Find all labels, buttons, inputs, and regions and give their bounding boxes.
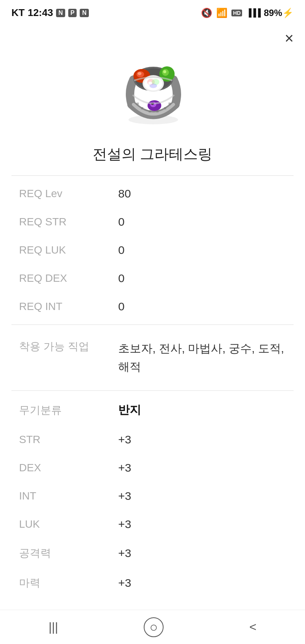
svg-point-17	[148, 82, 152, 85]
badge-n2: N	[80, 9, 89, 17]
stat-row-attack: 공격력 +3	[0, 538, 305, 568]
stat-label-attack: 공격력	[19, 546, 95, 560]
stat-label-luk: LUK	[19, 518, 95, 530]
stat-row-luk: LUK +3	[0, 510, 305, 538]
job-row: 착용 가능 직업 초보자, 전사, 마법사, 궁수, 도적, 해적	[0, 329, 305, 387]
stat-value-attack: +3	[95, 547, 286, 560]
stat-value-req-luk: 0	[95, 244, 286, 257]
weapon-type-label: 무기분류	[19, 403, 95, 418]
stat-label-req-lev: REQ Lev	[19, 188, 95, 200]
stat-label-str: STR	[19, 434, 95, 446]
stat-row-dex: DEX +3	[0, 454, 305, 482]
stat-row-str: STR +3	[0, 426, 305, 454]
stat-label-dex: DEX	[19, 462, 95, 474]
item-name: 전설의 그라테스링	[0, 141, 305, 175]
stat-value-req-str: 0	[95, 215, 286, 228]
nav-back-button[interactable]: |||	[37, 616, 69, 638]
badge-p: P	[68, 9, 77, 17]
job-value: 초보자, 전사, 마법사, 궁수, 도적, 해적	[95, 339, 286, 376]
weapon-type-row: 무기분류 반지	[0, 395, 305, 426]
stat-label-req-luk: REQ LUK	[19, 244, 95, 256]
stat-label-magic: 마력	[19, 576, 95, 590]
ring-svg	[111, 45, 194, 129]
svg-point-8	[163, 70, 166, 73]
stat-value-req-dex: 0	[95, 272, 286, 285]
nav-bar: ||| ○ <	[0, 610, 305, 644]
stat-value-req-lev: 80	[95, 187, 286, 200]
stat-value-dex: +3	[95, 461, 286, 474]
stat-label-req-dex: REQ DEX	[19, 272, 95, 284]
stat-row-req-lev: REQ Lev 80	[0, 180, 305, 208]
weapon-section: 무기분류 반지 STR +3 DEX +3 INT +3 LUK +3 공격력 …	[0, 391, 305, 602]
close-button[interactable]: ×	[285, 31, 294, 46]
nav-nav-button[interactable]: <	[238, 616, 268, 638]
status-bar: KT 12:43 N P N 🔇 📶 HD ▐▐▐ 89%⚡	[0, 0, 305, 22]
svg-rect-20	[149, 110, 151, 112]
job-label: 착용 가능 직업	[19, 339, 95, 354]
stats-section: REQ Lev 80 REQ STR 0 REQ LUK 0 REQ DEX 0…	[0, 176, 305, 324]
weapon-type-value: 반지	[95, 402, 286, 418]
svg-rect-19	[141, 107, 143, 109]
stat-row-req-luk: REQ LUK 0	[0, 236, 305, 264]
mute-icon: 🔇	[201, 8, 212, 18]
status-left: KT 12:43 N P N	[11, 7, 89, 19]
svg-point-5	[138, 72, 141, 75]
status-right: 🔇 📶 HD ▐▐▐ 89%⚡	[201, 8, 294, 18]
stat-label-req-int: REQ INT	[19, 300, 95, 313]
carrier-text: KT	[11, 7, 25, 19]
stat-row-int: INT +3	[0, 482, 305, 510]
badge-n1: N	[56, 9, 65, 17]
stat-label-int: INT	[19, 490, 95, 502]
stat-value-magic: +3	[95, 577, 286, 589]
nav-home-button[interactable]: ○	[144, 617, 164, 637]
stat-value-int: +3	[95, 490, 286, 503]
stat-value-req-int: 0	[95, 300, 286, 313]
stat-label-req-str: REQ STR	[19, 216, 95, 228]
stat-value-str: +3	[95, 433, 286, 446]
item-image-container	[0, 22, 305, 141]
job-section: 착용 가능 직업 초보자, 전사, 마법사, 궁수, 도적, 해적	[0, 325, 305, 390]
stat-row-req-dex: REQ DEX 0	[0, 264, 305, 292]
battery-text: 89%⚡	[264, 8, 294, 18]
stat-row-req-int: REQ INT 0	[0, 292, 305, 321]
stat-row-req-str: REQ STR 0	[0, 208, 305, 236]
svg-rect-23	[169, 103, 171, 105]
item-image	[111, 45, 194, 129]
svg-rect-22	[164, 107, 166, 109]
svg-rect-18	[136, 103, 139, 105]
hd-icon: HD	[231, 10, 242, 16]
svg-rect-21	[156, 110, 159, 112]
stat-row-magic: 마력 +3	[0, 568, 305, 598]
time-text: 12:43	[28, 7, 53, 19]
signal-icon: ▐▐▐	[246, 8, 260, 17]
wifi-icon: 📶	[216, 8, 228, 18]
stat-value-luk: +3	[95, 518, 286, 531]
